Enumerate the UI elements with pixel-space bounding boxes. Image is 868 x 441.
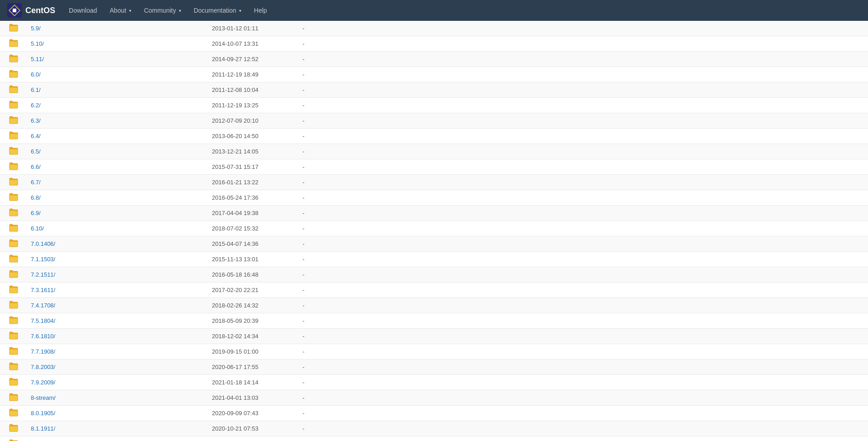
file-size-cell: - bbox=[299, 375, 868, 390]
file-date-cell: 2013-12-21 14:05 bbox=[208, 144, 299, 159]
file-link[interactable]: 8.1.1911/ bbox=[31, 425, 55, 432]
file-size-cell: - bbox=[299, 206, 868, 221]
file-name-cell: 5.10/ bbox=[27, 36, 208, 52]
file-link[interactable]: 7.9.2009/ bbox=[31, 379, 55, 386]
file-link[interactable]: 7.0.1406/ bbox=[31, 240, 55, 247]
file-size-cell: - bbox=[299, 360, 868, 375]
file-link[interactable]: 6.0/ bbox=[31, 71, 41, 78]
file-date-cell: 2011-12-19 18:49 bbox=[208, 67, 299, 82]
folder-icon bbox=[9, 239, 18, 247]
file-link[interactable]: 8.0.1905/ bbox=[31, 410, 55, 417]
table-row: 6.5/2013-12-21 14:05- bbox=[0, 144, 868, 159]
file-link[interactable]: 7.7.1908/ bbox=[31, 348, 55, 355]
centos-logo-icon bbox=[7, 3, 22, 18]
folder-icon-cell bbox=[0, 360, 27, 375]
folder-icon-cell bbox=[0, 52, 27, 67]
file-link[interactable]: 6.1/ bbox=[31, 86, 41, 93]
nav-about[interactable]: About ▾ bbox=[103, 0, 138, 21]
file-link[interactable]: 6.2/ bbox=[31, 102, 41, 109]
file-date-cell: 2016-05-18 16:48 bbox=[208, 267, 299, 283]
file-name-cell: 6.4/ bbox=[27, 129, 208, 144]
file-link[interactable]: 6.5/ bbox=[31, 148, 41, 155]
table-row: 7.3.1611/2017-02-20 22:21- bbox=[0, 283, 868, 298]
file-link[interactable]: 8-stream/ bbox=[31, 394, 56, 401]
file-link[interactable]: 6.6/ bbox=[31, 163, 41, 170]
file-date-cell: 2017-02-20 22:21 bbox=[208, 283, 299, 298]
file-link[interactable]: 7.1.1503/ bbox=[31, 256, 55, 263]
file-link[interactable]: 5.11/ bbox=[31, 56, 44, 62]
file-link[interactable]: 7.2.1511/ bbox=[31, 271, 55, 278]
nav-community[interactable]: Community ▾ bbox=[138, 0, 187, 21]
file-size-cell: - bbox=[299, 313, 868, 329]
file-name-cell: 8.2.2004/ bbox=[27, 436, 208, 441]
file-size-cell: - bbox=[299, 436, 868, 441]
folder-icon bbox=[9, 408, 18, 417]
file-link[interactable]: 7.4.1708/ bbox=[31, 302, 55, 309]
table-row: 7.8.2003/2020-06-17 17:55- bbox=[0, 360, 868, 375]
folder-icon bbox=[9, 316, 18, 324]
file-size-cell: - bbox=[299, 36, 868, 52]
file-date-cell: 2016-01-21 13:22 bbox=[208, 175, 299, 190]
file-date-cell: 2018-07-02 15:32 bbox=[208, 221, 299, 236]
folder-icon bbox=[9, 85, 18, 93]
file-size-cell: - bbox=[299, 159, 868, 175]
table-row: 8.2.2004/2021-01-15 09:07- bbox=[0, 436, 868, 441]
table-row: 8.0.1905/2020-09-09 07:43- bbox=[0, 406, 868, 421]
file-size-cell: - bbox=[299, 421, 868, 436]
brand-logo[interactable]: CentOS bbox=[7, 3, 55, 18]
folder-icon-cell bbox=[0, 113, 27, 129]
folder-icon-cell bbox=[0, 375, 27, 390]
file-date-cell: 2013-06-20 14:50 bbox=[208, 129, 299, 144]
file-name-cell: 6.6/ bbox=[27, 159, 208, 175]
file-link[interactable]: 7.5.1804/ bbox=[31, 317, 55, 324]
folder-icon bbox=[9, 54, 18, 62]
file-link[interactable]: 6.9/ bbox=[31, 210, 41, 216]
file-name-cell: 6.1/ bbox=[27, 82, 208, 98]
nav-documentation[interactable]: Documentation ▾ bbox=[187, 0, 248, 21]
file-link[interactable]: 5.9/ bbox=[31, 25, 41, 32]
file-size-cell: - bbox=[299, 221, 868, 236]
file-link[interactable]: 6.4/ bbox=[31, 133, 41, 139]
file-date-cell: 2018-12-02 14:34 bbox=[208, 329, 299, 344]
table-row: 7.7.1908/2019-09-15 01:00- bbox=[0, 344, 868, 360]
folder-icon-cell bbox=[0, 298, 27, 313]
folder-icon bbox=[9, 39, 18, 47]
file-name-cell: 8.0.1905/ bbox=[27, 406, 208, 421]
file-table: 5.9/2013-01-12 01:11- 5.10/2014-10-07 13… bbox=[0, 21, 868, 441]
table-row: 5.11/2014-09-27 12:52- bbox=[0, 52, 868, 67]
file-name-cell: 6.2/ bbox=[27, 98, 208, 113]
folder-icon-cell bbox=[0, 252, 27, 267]
file-link[interactable]: 6.7/ bbox=[31, 179, 41, 186]
file-link[interactable]: 7.3.1611/ bbox=[31, 287, 55, 293]
nav-help[interactable]: Help bbox=[248, 0, 273, 21]
table-row: 6.2/2011-12-19 13:25- bbox=[0, 98, 868, 113]
file-link[interactable]: 5.10/ bbox=[31, 40, 44, 47]
table-row: 7.0.1406/2015-04-07 14:36- bbox=[0, 236, 868, 252]
brand-name: CentOS bbox=[25, 6, 55, 15]
folder-icon-cell bbox=[0, 221, 27, 236]
file-link[interactable]: 6.8/ bbox=[31, 194, 41, 201]
folder-icon-cell bbox=[0, 190, 27, 206]
file-date-cell: 2021-01-18 14:14 bbox=[208, 375, 299, 390]
file-date-cell: 2018-05-09 20:39 bbox=[208, 313, 299, 329]
nav-download[interactable]: Download bbox=[62, 0, 103, 21]
file-link[interactable]: 6.10/ bbox=[31, 225, 44, 232]
file-name-cell: 5.9/ bbox=[27, 21, 208, 36]
file-name-cell: 6.0/ bbox=[27, 67, 208, 82]
folder-icon bbox=[9, 378, 18, 386]
folder-icon-cell bbox=[0, 159, 27, 175]
file-size-cell: - bbox=[299, 129, 868, 144]
file-size-cell: - bbox=[299, 406, 868, 421]
file-size-cell: - bbox=[299, 175, 868, 190]
file-link[interactable]: 7.6.1810/ bbox=[31, 333, 55, 340]
file-name-cell: 7.9.2009/ bbox=[27, 375, 208, 390]
folder-icon-cell bbox=[0, 144, 27, 159]
file-link[interactable]: 7.8.2003/ bbox=[31, 364, 55, 370]
file-name-cell: 7.3.1611/ bbox=[27, 283, 208, 298]
file-size-cell: - bbox=[299, 82, 868, 98]
file-link[interactable]: 6.3/ bbox=[31, 117, 41, 124]
folder-icon-cell bbox=[0, 236, 27, 252]
file-date-cell: 2014-10-07 13:31 bbox=[208, 36, 299, 52]
file-date-cell: 2020-09-09 07:43 bbox=[208, 406, 299, 421]
file-name-cell: 8-stream/ bbox=[27, 390, 208, 406]
